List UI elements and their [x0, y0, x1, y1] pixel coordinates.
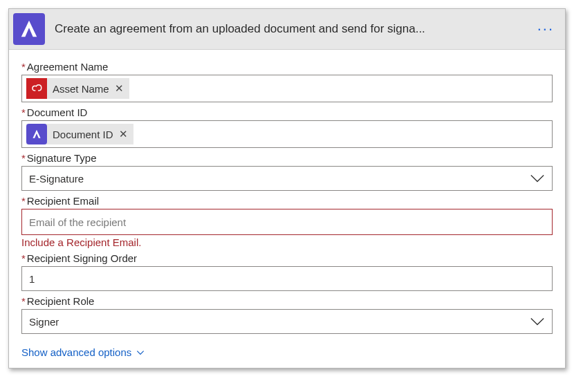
- select-value: E-Signature: [29, 173, 84, 185]
- label-recipient-role: *Recipient Role: [21, 295, 553, 307]
- chevron-down-icon: [530, 317, 545, 326]
- input-document-id[interactable]: Document ID ✕: [21, 120, 553, 148]
- field-signing-order: *Recipient Signing Order 1: [21, 252, 553, 291]
- token-document-id[interactable]: Document ID ✕: [26, 124, 133, 144]
- input-recipient-email[interactable]: Email of the recipient: [21, 209, 553, 235]
- label-signature-type: *Signature Type: [21, 152, 553, 164]
- adobe-sign-icon: [26, 124, 47, 144]
- card-header[interactable]: Create an agreement from an uploaded doc…: [9, 9, 565, 50]
- token-label: Asset Name: [53, 83, 109, 95]
- field-agreement-name: *Agreement Name Asset Name ✕: [21, 61, 553, 102]
- label-text: Recipient Signing Order: [27, 252, 137, 264]
- label-text: Signature Type: [27, 152, 97, 164]
- error-recipient-email: Include a Recipient Email.: [21, 236, 553, 248]
- select-recipient-role[interactable]: Signer: [21, 309, 553, 334]
- token-remove-icon[interactable]: ✕: [119, 128, 128, 140]
- card-body: *Agreement Name Asset Name ✕ *Document I…: [9, 50, 565, 368]
- field-signature-type: *Signature Type E-Signature: [21, 152, 553, 191]
- chevron-down-icon: [136, 348, 145, 357]
- card-title: Create an agreement from an uploaded doc…: [55, 22, 533, 36]
- input-signing-order[interactable]: 1: [21, 266, 553, 291]
- label-text: Agreement Name: [27, 61, 109, 73]
- input-agreement-name[interactable]: Asset Name ✕: [21, 75, 553, 102]
- select-value: Signer: [29, 316, 59, 328]
- more-menu-button[interactable]: ···: [533, 21, 558, 37]
- label-text: Recipient Email: [27, 195, 99, 207]
- field-recipient-role: *Recipient Role Signer: [21, 295, 553, 334]
- creative-cloud-icon: [26, 78, 47, 99]
- chevron-down-icon: [530, 174, 545, 183]
- token-asset-name[interactable]: Asset Name ✕: [26, 78, 129, 99]
- link-text: Show advanced options: [21, 346, 131, 358]
- label-agreement-name: *Agreement Name: [21, 61, 553, 73]
- placeholder-text: Email of the recipient: [26, 216, 126, 228]
- token-label: Document ID: [53, 129, 113, 140]
- label-recipient-email: *Recipient Email: [21, 195, 553, 207]
- select-signature-type[interactable]: E-Signature: [21, 166, 553, 191]
- field-document-id: *Document ID Document ID ✕: [21, 106, 553, 148]
- label-text: Recipient Role: [27, 295, 95, 307]
- input-value: 1: [29, 273, 35, 285]
- adobe-sign-icon: [13, 13, 45, 45]
- token-remove-icon[interactable]: ✕: [115, 82, 124, 95]
- label-text: Document ID: [27, 106, 88, 118]
- show-advanced-options-link[interactable]: Show advanced options: [21, 346, 145, 358]
- action-card: Create an agreement from an uploaded doc…: [8, 8, 566, 368]
- label-signing-order: *Recipient Signing Order: [21, 252, 553, 264]
- field-recipient-email: *Recipient Email Email of the recipient …: [21, 195, 553, 248]
- label-document-id: *Document ID: [21, 106, 553, 118]
